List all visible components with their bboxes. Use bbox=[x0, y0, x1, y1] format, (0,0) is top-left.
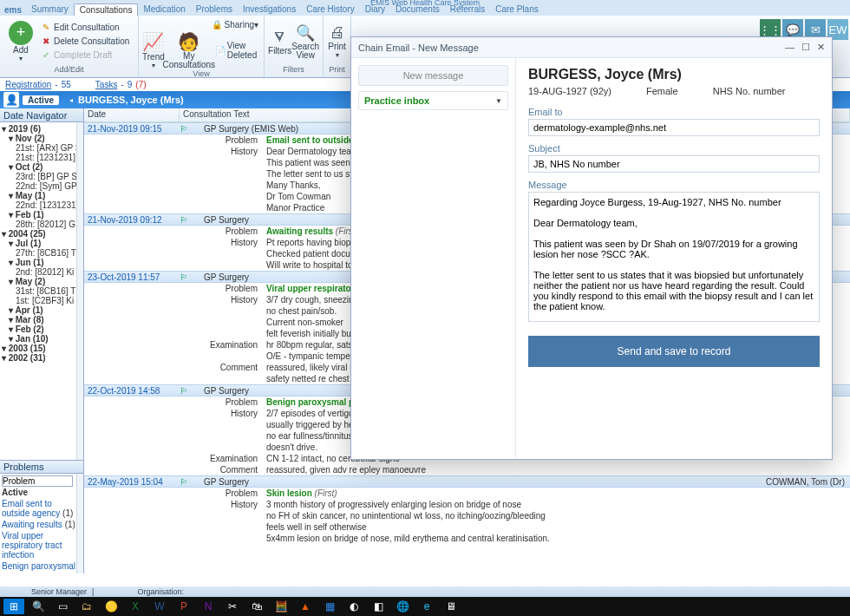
tab-investigations[interactable]: Investigations bbox=[238, 3, 301, 16]
filters-button[interactable]: ⛛ Filters bbox=[268, 17, 291, 65]
chrome2-icon[interactable]: 🌐 bbox=[392, 599, 413, 614]
tree-month[interactable]: ▾ Oct (2) bbox=[2, 162, 82, 172]
close-icon[interactable]: ✕ bbox=[817, 42, 825, 53]
person-icon: 🧑 bbox=[178, 31, 199, 52]
dialog-title: Chain Email - New Message bbox=[358, 43, 479, 53]
monitor-icon[interactable]: 🖥 bbox=[441, 599, 461, 614]
status-user: Senior Manager bbox=[31, 587, 87, 596]
problem-item[interactable]: Benign paroxysmal bbox=[2, 560, 82, 572]
store-icon[interactable]: 🛍 bbox=[246, 599, 267, 614]
tree-day[interactable]: 21st: [1231231] bbox=[2, 153, 82, 162]
search-view-button[interactable]: 🔍 Search View bbox=[291, 17, 319, 65]
tree-month[interactable]: ▾ Mar (8) bbox=[2, 315, 82, 324]
tree-month[interactable]: ▾ Jun (1) bbox=[2, 258, 82, 267]
check-icon: ✔ bbox=[40, 49, 52, 62]
tree-year[interactable]: ▾ 2003 (15) bbox=[2, 344, 82, 353]
tree-day[interactable]: 28th: [82012] G bbox=[2, 220, 82, 229]
dialog-sex: Female bbox=[646, 86, 678, 96]
ie-icon[interactable]: e bbox=[416, 599, 437, 614]
send-button[interactable]: Send and save to record bbox=[528, 336, 820, 367]
tree-day[interactable]: 22nd: [Sym] GP bbox=[2, 181, 82, 191]
problems-active-header: Active bbox=[2, 487, 82, 498]
powerpoint-icon[interactable]: P bbox=[173, 599, 194, 614]
tab-care-plans[interactable]: Care Plans bbox=[490, 3, 543, 16]
tab-consultations[interactable]: Consultations bbox=[74, 3, 139, 16]
problem-item[interactable]: Awaiting results (1) bbox=[2, 519, 82, 530]
edit-consultation[interactable]: ✎Edit Consultation bbox=[38, 21, 131, 35]
tab-medication[interactable]: Medication bbox=[138, 3, 190, 16]
status-bar: Senior Manager | Organisation: bbox=[0, 587, 850, 597]
explorer-icon[interactable]: 🗂 bbox=[76, 599, 97, 614]
tab-summary[interactable]: Summary bbox=[26, 3, 74, 16]
consultation-line: History3 month history of progressively … bbox=[84, 499, 850, 510]
tree-day[interactable]: 31st: [8CB16] T bbox=[2, 286, 82, 296]
tree-month[interactable]: ▾ Jul (1) bbox=[2, 239, 82, 248]
practice-inbox-dropdown[interactable]: Practice inbox▼ bbox=[358, 91, 508, 110]
chain-email-dialog: Chain Email - New Message — ☐ ✕ New mess… bbox=[350, 36, 833, 460]
tree-day[interactable]: 1st: [C2BF3] Ki bbox=[2, 296, 82, 305]
dialog-dob: 19-AUG-1927 (92y) bbox=[528, 86, 611, 96]
word-icon[interactable]: W bbox=[149, 599, 170, 614]
tree-year[interactable]: ▾ 2019 (6) bbox=[2, 124, 82, 134]
calculator-icon[interactable]: 🧮 bbox=[271, 599, 291, 614]
tree-month[interactable]: ▾ May (1) bbox=[2, 191, 82, 200]
x-icon: ✖ bbox=[40, 36, 52, 48]
tree-year[interactable]: ▾ 2002 (31) bbox=[2, 353, 82, 363]
avatar-icon[interactable]: 👤 bbox=[3, 92, 19, 108]
tree-month[interactable]: ▾ Feb (1) bbox=[2, 210, 82, 220]
tree-day[interactable]: 2nd: [82012] Ki bbox=[2, 267, 82, 277]
app-icon[interactable]: ◐ bbox=[343, 599, 364, 614]
col-date: Date bbox=[84, 108, 180, 121]
problem-filter-input[interactable] bbox=[2, 475, 73, 487]
excel-icon[interactable]: X bbox=[125, 599, 146, 614]
maximize-icon[interactable]: ☐ bbox=[801, 42, 810, 53]
tree-month[interactable]: ▾ Apr (1) bbox=[2, 305, 82, 315]
print-button[interactable]: 🖨 Print▾ bbox=[327, 17, 347, 65]
search-icon[interactable]: 🔍 bbox=[28, 599, 49, 614]
view-deleted[interactable]: 📄View Deleted bbox=[213, 40, 260, 61]
my-consultations-button[interactable]: 🧑 My Consultations bbox=[165, 31, 213, 69]
tree-year[interactable]: ▾ 2004 (25) bbox=[2, 229, 82, 239]
date-navigator-header: Date Navigator bbox=[0, 108, 83, 122]
email-to-input[interactable] bbox=[528, 119, 820, 136]
chrome-icon[interactable]: 🟡 bbox=[101, 599, 121, 614]
task-view-icon[interactable]: ▭ bbox=[52, 599, 73, 614]
start-icon[interactable]: ⊞ bbox=[3, 599, 24, 614]
minimize-icon[interactable]: — bbox=[785, 42, 794, 53]
chevron-left-icon[interactable]: ◂ bbox=[69, 96, 73, 104]
tab-care-history[interactable]: Care History bbox=[301, 3, 360, 16]
nhs-icon[interactable]: ▦ bbox=[319, 599, 340, 614]
date-navigator-tree[interactable]: ▾ 2019 (6)▾ Nov (2)21st: [ARx] GP S21st:… bbox=[0, 122, 83, 460]
consultation-header[interactable]: 22-May-2019 15:04🏳GP SurgeryCOWMAN, Tom … bbox=[84, 475, 850, 488]
complete-draft[interactable]: ✔Complete Draft bbox=[38, 49, 131, 62]
subject-input[interactable] bbox=[528, 155, 820, 173]
onenote-icon[interactable]: N bbox=[198, 599, 219, 614]
tree-day[interactable]: 23rd: [BP] GP S bbox=[2, 172, 82, 181]
message-textarea[interactable] bbox=[528, 192, 820, 322]
tasks-link[interactable]: Tasks bbox=[95, 80, 118, 89]
problem-item[interactable]: Viral upper respiratory tract infection bbox=[2, 530, 82, 560]
sharing-dropdown[interactable]: 🔒Sharing ▾ bbox=[209, 17, 260, 31]
tree-month[interactable]: ▾ Nov (2) bbox=[2, 134, 82, 143]
add-label: Add bbox=[13, 45, 29, 55]
tree-day[interactable]: 21st: [ARx] GP S bbox=[2, 143, 82, 153]
group-print: Print bbox=[327, 65, 347, 75]
new-message-button[interactable]: New message bbox=[358, 65, 508, 86]
vlc-icon[interactable]: ▲ bbox=[295, 599, 316, 614]
tree-day[interactable]: 27th: [8CB16] T bbox=[2, 248, 82, 258]
problem-item[interactable]: Email sent to outside agency (1) bbox=[2, 498, 82, 519]
tree-month[interactable]: ▾ Feb (2) bbox=[2, 324, 82, 334]
group-filters: Filters bbox=[268, 65, 319, 75]
snip-icon[interactable]: ✂ bbox=[222, 599, 243, 614]
trend-button[interactable]: 📈 Trend▾ bbox=[142, 31, 165, 69]
app2-icon[interactable]: ◧ bbox=[368, 599, 389, 614]
dialog-nhs: NHS No. number bbox=[713, 86, 786, 96]
tree-month[interactable]: ▾ Jan (10) bbox=[2, 334, 82, 344]
add-button[interactable]: + Add ▾ bbox=[3, 17, 38, 65]
tree-month[interactable]: ▾ May (2) bbox=[2, 277, 82, 286]
tab-problems[interactable]: Problems bbox=[191, 3, 238, 16]
registration-link[interactable]: Registration bbox=[5, 80, 51, 89]
problems-header: Problems bbox=[0, 460, 83, 474]
tree-day[interactable]: 22nd: [1231231] bbox=[2, 200, 82, 210]
delete-consultation[interactable]: ✖Delete Consultation bbox=[38, 35, 131, 49]
